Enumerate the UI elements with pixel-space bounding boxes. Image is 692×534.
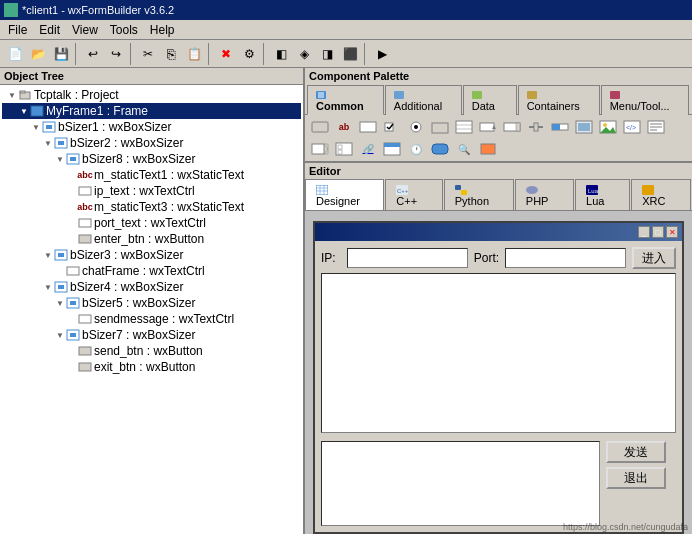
palette-btn-radio[interactable] bbox=[405, 117, 427, 137]
expand-frame[interactable]: ▼ bbox=[18, 105, 30, 117]
tree-item-bsizer8[interactable]: ▼ bSizer8 : wxBoxSizer bbox=[2, 151, 301, 167]
expand-bsizer1[interactable]: ▼ bbox=[30, 121, 42, 133]
menu-tools[interactable]: Tools bbox=[104, 21, 144, 39]
toolbar-align1[interactable]: ◧ bbox=[270, 43, 292, 65]
editor-title: Editor bbox=[305, 163, 692, 179]
expand-project[interactable]: ▼ bbox=[6, 89, 18, 101]
toolbar-copy[interactable]: ⎘ bbox=[160, 43, 182, 65]
win-minimize[interactable]: _ bbox=[638, 226, 650, 238]
toolbar-new[interactable]: 📄 bbox=[4, 43, 26, 65]
tree-item-bsizer5[interactable]: ▼ bSizer5 : wxBoxSizer bbox=[2, 295, 301, 311]
tree-item-frame[interactable]: ▼ MyFrame1 : Frame bbox=[2, 103, 301, 119]
tree-item-bsizer3[interactable]: ▼ bSizer3 : wxBoxSizer bbox=[2, 247, 301, 263]
tree-item-bsizer7[interactable]: ▼ bSizer7 : wxBoxSizer bbox=[2, 327, 301, 343]
send-button[interactable]: 发送 bbox=[606, 441, 666, 463]
toolbar-align4[interactable]: ⬛ bbox=[339, 43, 361, 65]
ip-input[interactable] bbox=[347, 248, 468, 268]
send-message-input[interactable] bbox=[321, 441, 600, 526]
expand-bsizer5[interactable]: ▼ bbox=[54, 297, 66, 309]
tree-item-chatframe[interactable]: ▷ chatFrame : wxTextCtrl bbox=[2, 263, 301, 279]
toolbar-align3[interactable]: ◨ bbox=[316, 43, 338, 65]
exit-button[interactable]: 退出 bbox=[606, 467, 666, 489]
tree-item-bsizer1[interactable]: ▼ bSizer1 : wxBoxSizer bbox=[2, 119, 301, 135]
tree-item-bsizer4[interactable]: ▼ bSizer4 : wxBoxSizer bbox=[2, 279, 301, 295]
tab-cpp[interactable]: C++ C++ bbox=[385, 179, 442, 210]
svg-rect-34 bbox=[385, 123, 393, 131]
toolbar-delete[interactable]: ✖ bbox=[215, 43, 237, 65]
win-maximize[interactable]: □ bbox=[652, 226, 664, 238]
tab-additional[interactable]: Additional bbox=[385, 85, 462, 115]
palette-btn-datepicker[interactable] bbox=[381, 139, 403, 159]
tree-item-enterbtn[interactable]: ▷ enter_btn : wxButton bbox=[2, 231, 301, 247]
tree-item-bsizer2[interactable]: ▼ bSizer2 : wxBoxSizer bbox=[2, 135, 301, 151]
tree-item-porttext[interactable]: ▷ port_text : wxTextCtrl bbox=[2, 215, 301, 231]
toolbar-paste[interactable]: 📋 bbox=[183, 43, 205, 65]
menu-edit[interactable]: Edit bbox=[33, 21, 66, 39]
palette-btn-statictext[interactable]: ab bbox=[333, 117, 355, 137]
expand-bsizer8[interactable]: ▼ bbox=[54, 153, 66, 165]
tab-data[interactable]: Data bbox=[463, 85, 517, 115]
toolbar-undo[interactable]: ↩ bbox=[82, 43, 104, 65]
palette-btn-textctrl[interactable] bbox=[357, 117, 379, 137]
palette-btn-staticbitmap[interactable] bbox=[597, 117, 619, 137]
design-bottom-section: 发送 退出 bbox=[321, 441, 676, 526]
expand-bsizer3[interactable]: ▼ bbox=[42, 249, 54, 261]
chat-frame[interactable] bbox=[321, 273, 676, 433]
tree-item-project[interactable]: ▼ Tcptalk : Project bbox=[2, 87, 301, 103]
port-input[interactable] bbox=[505, 248, 626, 268]
palette-btn-colourpicker[interactable] bbox=[477, 139, 499, 159]
tab-python[interactable]: Python bbox=[444, 179, 514, 210]
palette-btn-hyperlink[interactable]: 🔗 bbox=[357, 139, 379, 159]
toolbar-cut[interactable]: ✂ bbox=[137, 43, 159, 65]
tree-item-exitbtn[interactable]: ▷ exit_btn : wxButton bbox=[2, 359, 301, 375]
enter-button[interactable]: 进入 bbox=[632, 247, 676, 269]
palette-btn-combobox[interactable] bbox=[501, 117, 523, 137]
expand-bsizer7[interactable]: ▼ bbox=[54, 329, 66, 341]
win-close[interactable]: ✕ bbox=[666, 226, 678, 238]
tree-item-iptext[interactable]: ▷ ip_text : wxTextCtrl bbox=[2, 183, 301, 199]
palette-btn-choice[interactable] bbox=[477, 117, 499, 137]
palette-btn-searchctrl[interactable]: 🔍 bbox=[453, 139, 475, 159]
palette-btn-togglebtn[interactable] bbox=[429, 139, 451, 159]
menu-view[interactable]: View bbox=[66, 21, 104, 39]
tree-item-statictext3[interactable]: ▷ abc m_staticText3 : wxStaticText bbox=[2, 199, 301, 215]
palette-btn-slider[interactable] bbox=[525, 117, 547, 137]
svg-rect-70 bbox=[432, 144, 448, 154]
tree-area[interactable]: ▼ Tcptalk : Project ▼ MyFrame1 : Frame ▼ bbox=[0, 85, 303, 534]
expand-bsizer4[interactable]: ▼ bbox=[42, 281, 54, 293]
sendmessage-icon bbox=[78, 313, 92, 325]
toolbar-save[interactable]: 💾 bbox=[50, 43, 72, 65]
design-window: _ □ ✕ IP: Port: 进入 bbox=[313, 221, 684, 534]
palette-btn-checkbox[interactable] bbox=[381, 117, 403, 137]
palette-btn-checklistbox[interactable] bbox=[333, 139, 355, 159]
menu-file[interactable]: File bbox=[2, 21, 33, 39]
palette-btn-spinctrl[interactable] bbox=[309, 139, 331, 159]
tab-menutool[interactable]: Menu/Tool... bbox=[601, 85, 689, 115]
tab-lua[interactable]: Lua Lua bbox=[575, 179, 630, 210]
palette-btn-htmlwindow[interactable]: </> bbox=[621, 117, 643, 137]
expand-bsizer2[interactable]: ▼ bbox=[42, 137, 54, 149]
toolbar-align2[interactable]: ◈ bbox=[293, 43, 315, 65]
palette-btn-button[interactable] bbox=[309, 117, 331, 137]
toolbar-preview[interactable]: ▶ bbox=[371, 43, 393, 65]
svg-rect-66 bbox=[338, 145, 342, 149]
tab-php[interactable]: PHP bbox=[515, 179, 574, 210]
menu-help[interactable]: Help bbox=[144, 21, 181, 39]
tab-common[interactable]: Common bbox=[307, 85, 384, 115]
tab-containers[interactable]: Containers bbox=[518, 85, 600, 115]
palette-btn-listbox[interactable] bbox=[453, 117, 475, 137]
tab-xrc[interactable]: XRC bbox=[631, 179, 691, 210]
tree-item-sendmessage[interactable]: ▷ sendmessage : wxTextCtrl bbox=[2, 311, 301, 327]
tree-item-sendbtn[interactable]: ▷ send_btn : wxButton bbox=[2, 343, 301, 359]
palette-btn-staticbox[interactable] bbox=[429, 117, 451, 137]
palette-btn-timepicker[interactable]: 🕐 bbox=[405, 139, 427, 159]
toolbar-settings[interactable]: ⚙ bbox=[238, 43, 260, 65]
palette-btn-gauge[interactable] bbox=[549, 117, 571, 137]
palette-btn-bitmap[interactable] bbox=[573, 117, 595, 137]
tree-item-statictext1[interactable]: ▷ abc m_staticText1 : wxStaticText bbox=[2, 167, 301, 183]
toolbar-redo[interactable]: ↪ bbox=[105, 43, 127, 65]
title-bar: *client1 - wxFormBuilder v3.6.2 bbox=[0, 0, 692, 20]
toolbar-open[interactable]: 📂 bbox=[27, 43, 49, 65]
palette-btn-richtext[interactable] bbox=[645, 117, 667, 137]
tab-designer[interactable]: Designer bbox=[305, 179, 384, 210]
